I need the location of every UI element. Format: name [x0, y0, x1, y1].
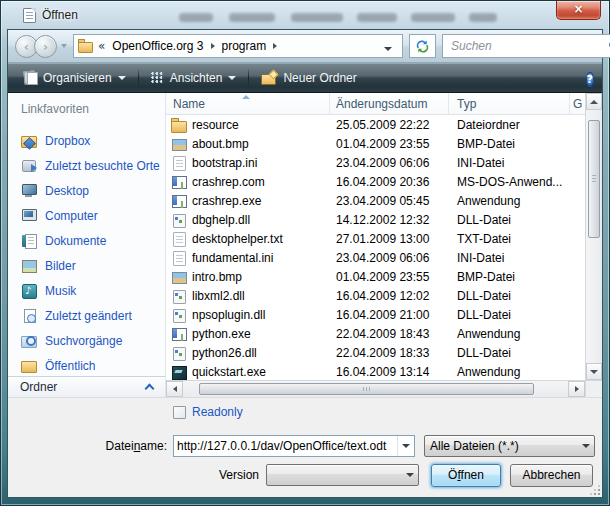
open-button[interactable]: Öffnen [431, 464, 501, 487]
file-row[interactable]: dbghelp.dll 14.12.2002 12:32 DLL-Datei [166, 210, 585, 229]
views-grid-icon [151, 72, 164, 84]
views-button[interactable]: Ansichten [143, 67, 245, 89]
column-header-date[interactable]: Änderungsdatum [330, 93, 449, 114]
file-date: 27.01.2009 13:00 [330, 232, 449, 246]
breadcrumb[interactable]: « OpenOffice.org 3 program [73, 34, 403, 58]
sidebar-item-recent-places[interactable]: Zuletzt besuchte Orte [8, 153, 165, 178]
filename-label-post: ame: [140, 439, 167, 453]
file-row[interactable]: libxml2.dll 16.04.2009 12:02 DLL-Datei [166, 286, 585, 305]
refresh-icon [415, 39, 430, 54]
breadcrumb-item[interactable]: program [220, 37, 269, 55]
scrollbar-corner [585, 380, 602, 397]
breadcrumb-separator-icon[interactable] [211, 43, 215, 49]
file-name-cell: desktophelper.txt [166, 231, 330, 247]
horizontal-scroll-thumb[interactable] [199, 383, 534, 395]
vertical-scroll-track[interactable] [586, 110, 602, 363]
sidebar-item-desktop[interactable]: Desktop [8, 178, 165, 203]
filetype-combobox[interactable]: Alle Dateien (*.*) [424, 435, 595, 457]
file-row[interactable]: about.bmp 01.04.2009 23:55 BMP-Datei [166, 134, 585, 153]
breadcrumb-separator-icon[interactable] [273, 43, 277, 49]
organize-button[interactable]: Organisieren [16, 67, 134, 89]
sidebar-item-music[interactable]: Musik [8, 278, 165, 303]
sidebar-item-documents[interactable]: Dokumente [8, 228, 165, 253]
close-button[interactable]: × [556, 1, 601, 20]
sidebar-item-computer[interactable]: Computer [8, 203, 165, 228]
background-window-blur [229, 13, 275, 22]
scroll-left-button[interactable] [166, 381, 183, 397]
search-input[interactable] [449, 38, 608, 54]
vertical-scrollbar[interactable] [585, 93, 602, 380]
file-row[interactable]: fundamental.ini 23.04.2009 06:06 INI-Dat… [166, 248, 585, 267]
file-type: Dateiordner [449, 118, 570, 132]
sort-ascending-icon [242, 95, 250, 99]
file-name: crashrep.com [192, 175, 265, 189]
sidebar-item-searches[interactable]: Suchvorgänge [8, 328, 165, 353]
horizontal-scrollbar[interactable] [166, 380, 585, 397]
file-date: 14.12.2002 12:32 [330, 213, 449, 227]
file-row[interactable]: resource 25.05.2009 22:22 Dateiordner [166, 115, 585, 134]
breadcrumb-overflow-icon[interactable]: « [98, 39, 105, 53]
file-row[interactable]: python.exe 22.04.2009 18:43 Anwendung [166, 324, 585, 343]
version-label: Version [8, 468, 266, 482]
new-folder-button[interactable]: Neuer Ordner [253, 67, 364, 89]
folders-expander[interactable]: Ordner [8, 376, 165, 397]
file-row[interactable]: python26.dll 22.04.2009 18:33 DLL-Datei [166, 343, 585, 362]
file-row[interactable]: crashrep.com 16.04.2009 20:36 MS-DOS-Anw… [166, 172, 585, 191]
folders-label: Ordner [20, 380, 57, 394]
file-name: libxml2.dll [192, 289, 245, 303]
resize-grip[interactable] [590, 485, 600, 495]
file-row[interactable]: intro.bmp 01.04.2009 23:55 BMP-Datei [166, 267, 585, 286]
scroll-up-button[interactable] [586, 93, 602, 110]
file-name-cell: npsoplugin.dll [166, 307, 330, 323]
filename-row: Dateiname: Alle Dateien (*.*) [8, 435, 602, 457]
sidebar-item-pictures[interactable]: Bilder [8, 253, 165, 278]
public-icon [21, 358, 37, 373]
nav-history-chevron-icon[interactable] [61, 44, 67, 48]
sidebar-item-label: Zuletzt geändert [45, 309, 132, 323]
open-label-post: fnen [461, 468, 484, 482]
sidebar-item-public[interactable]: Öffentlich [8, 353, 165, 376]
dropbox-icon [21, 133, 37, 148]
version-combobox[interactable] [266, 464, 419, 486]
sidebar-item-recently-changed[interactable]: Zuletzt geändert [8, 303, 165, 328]
horizontal-scroll-track[interactable] [183, 381, 568, 397]
open-dialog: Öffnen × ‹ › « OpenOffice.org 3 program [0, 0, 610, 506]
filetype-dropdown-button[interactable] [577, 444, 594, 448]
file-row[interactable]: npsoplugin.dll 16.04.2009 21:00 DLL-Date… [166, 305, 585, 324]
file-list: Name Änderungsdatum Typ G resource 25.05… [166, 93, 602, 397]
scroll-down-button[interactable] [586, 363, 602, 380]
close-icon: × [573, 2, 583, 16]
toolbar-separator [138, 68, 139, 88]
address-dropdown-button[interactable] [378, 33, 398, 59]
readonly-checkbox[interactable] [173, 406, 186, 419]
sidebar-item-dropbox[interactable]: Dropbox [8, 128, 165, 153]
file-row[interactable]: crashrep.exe 23.04.2009 05:45 Anwendung [166, 191, 585, 210]
help-icon[interactable]: ? [586, 72, 594, 87]
file-name-cell: about.bmp [166, 136, 330, 152]
file-row[interactable]: desktophelper.txt 27.01.2009 13:00 TXT-D… [166, 229, 585, 248]
file-row[interactable]: quickstart.exe 16.04.2009 13:14 Anwendun… [166, 362, 585, 380]
column-header-type[interactable]: Typ [449, 93, 570, 114]
nav-buttons: ‹ › [15, 35, 67, 58]
file-name-cell: resource [166, 117, 330, 133]
music-icon [21, 283, 37, 298]
titlebar[interactable]: Öffnen × [1, 1, 609, 29]
file-row[interactable]: bootstrap.ini 23.04.2009 06:06 INI-Datei [166, 153, 585, 172]
filename-dropdown-button[interactable] [397, 436, 414, 456]
refresh-button[interactable] [409, 34, 436, 58]
breadcrumb-item[interactable]: OpenOffice.org 3 [110, 37, 205, 55]
sidebar-item-label: Zuletzt besuchte Orte [45, 159, 160, 173]
sidebar-item-label: Musik [45, 284, 76, 298]
scroll-right-button[interactable] [568, 381, 585, 397]
version-dropdown-button[interactable] [401, 473, 418, 477]
forward-icon[interactable]: › [34, 35, 57, 58]
main-area: Linkfavoriten Dropbox Zuletzt besuchte O… [8, 93, 602, 397]
file-type: DLL-Datei [449, 213, 570, 227]
filename-combobox [173, 435, 415, 457]
file-type: Anwendung [449, 194, 570, 208]
dll-icon [171, 345, 187, 361]
filename-input[interactable] [174, 436, 397, 456]
cancel-button[interactable]: Abbrechen [510, 464, 593, 487]
column-header-size[interactable]: G [570, 93, 585, 114]
vertical-scroll-thumb[interactable] [588, 120, 600, 238]
